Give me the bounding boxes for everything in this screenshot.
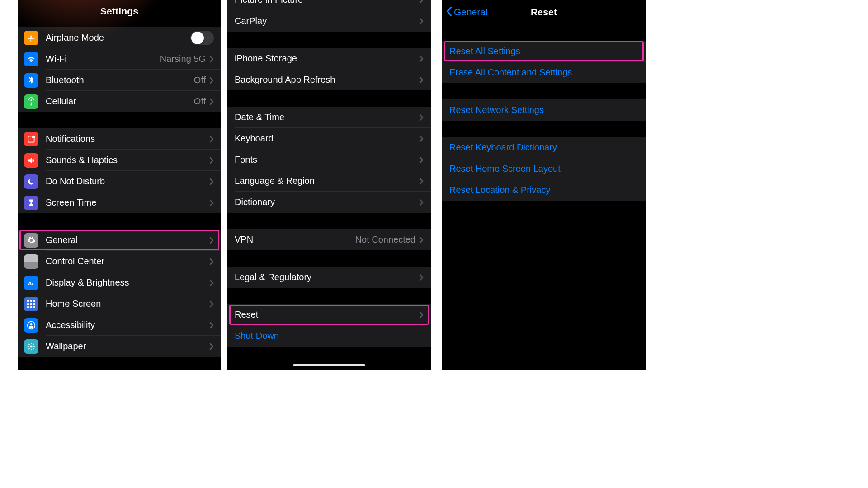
row-label: Keyboard <box>235 133 419 144</box>
row-language[interactable]: Language & Region <box>227 170 431 192</box>
row-notifications[interactable]: Notifications <box>18 128 221 150</box>
row-homescreen[interactable]: Home Screen <box>18 293 221 314</box>
wifi-icon <box>24 52 38 66</box>
row-label: Wi-Fi <box>46 54 160 64</box>
row-label: Airplane Mode <box>46 33 190 43</box>
row-label: Accessibility <box>46 320 209 330</box>
settings-group: NotificationsSounds & HapticsDo Not Dist… <box>18 128 221 213</box>
svg-point-5 <box>30 323 33 325</box>
control-center-icon <box>24 254 38 269</box>
row-reset-keyboard[interactable]: Reset Keyboard Dictionary <box>442 137 646 158</box>
chevron-right-icon <box>209 98 214 105</box>
row-airplane[interactable]: Airplane Mode <box>18 27 221 48</box>
row-reset[interactable]: Reset <box>227 304 431 325</box>
chevron-right-icon <box>419 114 424 121</box>
bluetooth-icon <box>24 73 38 88</box>
row-label: CarPlay <box>235 16 419 26</box>
svg-point-6 <box>30 346 33 348</box>
row-detail: Not Connected <box>355 235 415 245</box>
row-reset-home[interactable]: Reset Home Screen Layout <box>442 158 646 179</box>
row-control-center[interactable]: Control Center <box>18 251 221 272</box>
cellular-icon <box>24 94 38 109</box>
chevron-right-icon <box>419 55 424 62</box>
chevron-left-icon <box>446 6 452 19</box>
row-vpn[interactable]: VPNNot Connected <box>227 229 431 250</box>
sounds-icon <box>24 153 38 168</box>
row-detail: Off <box>194 75 206 85</box>
row-pip[interactable]: Picture in Picture <box>227 0 431 10</box>
back-label: General <box>454 7 488 18</box>
svg-point-1 <box>32 136 35 139</box>
row-bg-refresh[interactable]: Background App Refresh <box>227 69 431 90</box>
row-label: Screen Time <box>46 197 209 208</box>
settings-group: iPhone StorageBackground App Refresh <box>227 48 431 90</box>
reset-panel: General Reset Reset All SettingsErase Al… <box>442 0 646 370</box>
row-bluetooth[interactable]: BluetoothOff <box>18 70 221 91</box>
row-label: Sounds & Haptics <box>46 155 209 165</box>
airplane-icon <box>24 31 38 45</box>
row-general[interactable]: General <box>18 230 221 251</box>
row-label: Background App Refresh <box>235 75 419 85</box>
settings-group: Reset Network Settings <box>442 99 646 121</box>
header: General Reset <box>442 0 646 24</box>
wallpaper-icon <box>24 339 38 354</box>
row-wallpaper[interactable]: Wallpaper <box>18 336 221 357</box>
settings-group: GeneralControl CenterAADisplay & Brightn… <box>18 230 221 357</box>
chevron-right-icon <box>419 135 424 142</box>
row-label: Reset Home Screen Layout <box>449 164 638 174</box>
row-wifi[interactable]: Wi-FiNarsing 5G <box>18 48 221 70</box>
dnd-icon <box>24 174 38 189</box>
row-fonts[interactable]: Fonts <box>227 149 431 170</box>
chevron-right-icon <box>419 76 424 84</box>
settings-group: Picture in PictureCarPlay <box>227 0 431 32</box>
chevron-right-icon <box>209 237 214 244</box>
chevron-right-icon <box>209 199 214 206</box>
chevron-right-icon <box>209 77 214 84</box>
row-display[interactable]: AADisplay & Brightness <box>18 272 221 293</box>
settings-group: Reset All SettingsErase All Content and … <box>442 41 646 83</box>
row-shutdown[interactable]: Shut Down <box>227 325 431 347</box>
airplane-toggle[interactable] <box>190 31 214 45</box>
home-indicator[interactable] <box>293 364 365 366</box>
row-reset-all[interactable]: Reset All Settings <box>442 41 646 62</box>
row-detail: Off <box>194 96 206 107</box>
row-sounds[interactable]: Sounds & Haptics <box>18 150 221 171</box>
chevron-right-icon <box>419 178 424 185</box>
row-carplay[interactable]: CarPlay <box>227 10 431 32</box>
row-erase-all[interactable]: Erase All Content and Settings <box>442 62 646 83</box>
row-storage[interactable]: iPhone Storage <box>227 48 431 69</box>
row-cellular[interactable]: CellularOff <box>18 91 221 112</box>
accessibility-icon <box>24 318 38 333</box>
settings-group: Reset Keyboard DictionaryReset Home Scre… <box>442 137 646 201</box>
page-title: Reset <box>531 7 557 18</box>
chevron-right-icon <box>419 236 424 244</box>
chevron-right-icon <box>419 0 424 4</box>
row-dnd[interactable]: Do Not Disturb <box>18 171 221 192</box>
row-label: Display & Brightness <box>46 277 209 288</box>
row-accessibility[interactable]: Accessibility <box>18 314 221 336</box>
row-label: Reset All Settings <box>449 46 638 56</box>
row-reset-network[interactable]: Reset Network Settings <box>442 99 646 121</box>
row-label: Bluetooth <box>46 75 194 85</box>
row-label: Language & Region <box>235 176 419 186</box>
row-label: Reset Keyboard Dictionary <box>449 142 638 153</box>
screentime-icon <box>24 196 38 210</box>
row-datetime[interactable]: Date & Time <box>227 107 431 128</box>
chevron-right-icon <box>209 279 214 286</box>
row-label: Reset <box>235 310 419 320</box>
row-keyboard[interactable]: Keyboard <box>227 128 431 149</box>
row-legal[interactable]: Legal & Regulatory <box>227 267 431 288</box>
row-screentime[interactable]: Screen Time <box>18 192 221 213</box>
settings-group: Legal & Regulatory <box>227 267 431 288</box>
row-label: Shut Down <box>235 331 424 341</box>
chevron-right-icon <box>419 156 424 164</box>
chevron-right-icon <box>209 300 214 308</box>
general-icon <box>24 233 38 248</box>
row-label: Date & Time <box>235 112 419 122</box>
settings-group: Airplane ModeWi-FiNarsing 5GBluetoothOff… <box>18 27 221 112</box>
row-reset-location[interactable]: Reset Location & Privacy <box>442 179 646 201</box>
row-label: iPhone Storage <box>235 53 419 64</box>
back-button[interactable]: General <box>446 0 488 24</box>
row-dictionary[interactable]: Dictionary <box>227 192 431 213</box>
row-label: Picture in Picture <box>235 0 419 5</box>
